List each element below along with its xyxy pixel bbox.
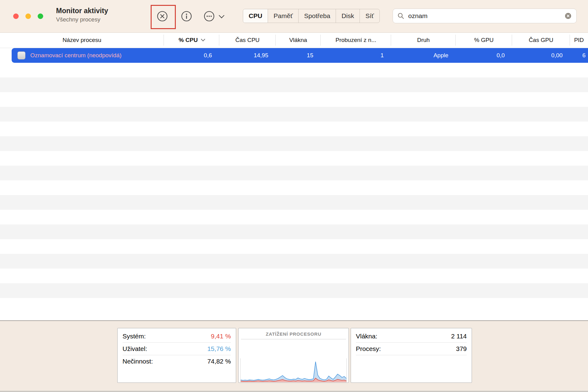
stat-row-user: Uživatel:15,76 % bbox=[123, 343, 231, 355]
column-header-gpu_time[interactable]: Čas GPU bbox=[512, 32, 570, 48]
column-label: Čas GPU bbox=[529, 37, 553, 43]
column-header-idle_wakeups[interactable]: Probuzení z n... bbox=[321, 32, 391, 48]
footer-divider bbox=[0, 320, 588, 321]
cell-name: Oznamovací centrum (neodpovídá) bbox=[0, 48, 164, 63]
table-row-empty bbox=[0, 180, 588, 195]
search-icon bbox=[397, 12, 405, 20]
column-header-name[interactable]: Název procesu bbox=[0, 32, 164, 48]
table-row-empty bbox=[0, 254, 588, 269]
column-label: Čas CPU bbox=[235, 37, 259, 43]
cell-kind: Apple bbox=[391, 48, 456, 63]
table-row-empty bbox=[0, 224, 588, 239]
column-header-threads[interactable]: Vlákna bbox=[276, 32, 321, 48]
table-row-empty bbox=[0, 151, 588, 166]
app-icon bbox=[17, 51, 25, 59]
table-row-empty bbox=[0, 92, 588, 107]
annotation-rect bbox=[151, 5, 176, 29]
toolbar: Monitor aktivity Všechny procesy bbox=[0, 0, 588, 33]
column-label: Druh bbox=[417, 37, 430, 43]
stat-value: 2 114 bbox=[451, 333, 467, 340]
traffic-lights bbox=[13, 13, 43, 19]
cell-threads: 15 bbox=[276, 48, 321, 63]
cpu-load-panel: ZATÍŽENÍ PROCESORU bbox=[238, 328, 349, 383]
info-button[interactable] bbox=[180, 9, 193, 23]
stat-value: 379 bbox=[456, 345, 467, 352]
cell-cpu: 0,6 bbox=[164, 48, 219, 63]
column-label: Vlákna bbox=[289, 37, 307, 43]
cpu-load-chart bbox=[240, 358, 347, 382]
column-label: % GPU bbox=[474, 37, 493, 43]
stat-row-idle: Nečinnost:74,82 % bbox=[123, 355, 231, 368]
column-header-kind[interactable]: Druh bbox=[391, 32, 456, 48]
search-field[interactable] bbox=[393, 9, 577, 23]
table-row-empty bbox=[0, 166, 588, 180]
table-row-empty bbox=[0, 136, 588, 151]
cell-idle_wakeups: 1 bbox=[321, 48, 391, 63]
info-icon bbox=[181, 10, 192, 22]
title-block: Monitor aktivity Všechny procesy bbox=[56, 6, 108, 23]
table-row-empty bbox=[0, 107, 588, 122]
column-label: Probuzení z n... bbox=[335, 37, 376, 43]
tab-pamet[interactable]: Paměť bbox=[268, 9, 298, 23]
process-table: Oznamovací centrum (neodpovídá)0,614,951… bbox=[0, 48, 588, 320]
stat-row-system: Systém:9,41 % bbox=[123, 330, 231, 343]
chart-title: ZATÍŽENÍ PROCESORU bbox=[239, 328, 349, 337]
search-input[interactable] bbox=[408, 12, 564, 20]
table-row-empty bbox=[0, 122, 588, 136]
minimize-button[interactable] bbox=[25, 13, 31, 19]
activity-monitor-window: Monitor aktivity Všechny procesy bbox=[0, 0, 588, 392]
close-button[interactable] bbox=[13, 13, 19, 19]
column-header-gpu[interactable]: % GPU bbox=[456, 32, 512, 48]
column-header-cpu[interactable]: % CPU bbox=[164, 32, 219, 48]
stat-row-threads: Vlákna:2 114 bbox=[356, 330, 467, 343]
stat-value: 15,76 % bbox=[207, 345, 231, 352]
column-header-cpu_time[interactable]: Čas CPU bbox=[219, 32, 276, 48]
process-row[interactable]: Oznamovací centrum (neodpovídá)0,614,951… bbox=[0, 48, 588, 63]
stat-row-processes: Procesy:379 bbox=[356, 343, 467, 355]
column-label: PID bbox=[574, 37, 584, 43]
footer: Systém:9,41 %Uživatel:15,76 %Nečinnost:7… bbox=[0, 321, 588, 391]
table-row-empty bbox=[0, 63, 588, 77]
stat-label: Procesy: bbox=[356, 345, 381, 352]
tab-sit[interactable]: Síť bbox=[360, 9, 379, 23]
tab-cpu[interactable]: CPU bbox=[243, 9, 268, 23]
column-label: Název procesu bbox=[62, 37, 101, 43]
stat-label: Systém: bbox=[123, 333, 146, 340]
window-subtitle: Všechny procesy bbox=[56, 16, 108, 23]
table-row-empty bbox=[0, 283, 588, 298]
tab-spotreba[interactable]: Spotřeba bbox=[298, 9, 336, 23]
cell-gpu_time: 0,00 bbox=[512, 48, 570, 63]
stat-label: Uživatel: bbox=[123, 345, 147, 352]
window-title: Monitor aktivity bbox=[56, 6, 108, 15]
stat-label: Nečinnost: bbox=[123, 358, 153, 365]
ellipsis-circle-icon bbox=[203, 10, 215, 22]
stat-value: 74,82 % bbox=[207, 358, 231, 365]
column-label: % CPU bbox=[179, 37, 198, 43]
table-row-empty bbox=[0, 77, 588, 92]
more-options-button[interactable] bbox=[203, 9, 224, 23]
process-table-header: Název procesu% CPUČas CPUVláknaProbuzení… bbox=[0, 32, 588, 48]
column-header-pid[interactable]: PID bbox=[570, 32, 588, 48]
process-count-stats: Vlákna:2 114Procesy:379 bbox=[351, 328, 472, 383]
process-name: Oznamovací centrum (neodpovídá) bbox=[30, 52, 122, 59]
window-bottom-edge bbox=[0, 391, 588, 392]
table-row-empty bbox=[0, 269, 588, 283]
cell-pid: 6 bbox=[570, 48, 588, 63]
clear-search-button[interactable] bbox=[564, 12, 572, 20]
zoom-button[interactable] bbox=[38, 13, 43, 19]
table-row-empty bbox=[0, 195, 588, 210]
cell-gpu: 0,0 bbox=[456, 48, 512, 63]
table-row-empty bbox=[0, 210, 588, 224]
sort-indicator-icon bbox=[201, 37, 205, 41]
tab-disk[interactable]: Disk bbox=[336, 9, 360, 23]
stat-value: 9,41 % bbox=[211, 333, 231, 340]
chevron-down-icon bbox=[219, 13, 224, 18]
table-row-empty bbox=[0, 239, 588, 254]
table-row-empty bbox=[0, 298, 588, 313]
cpu-percent-stats: Systém:9,41 %Uživatel:15,76 %Nečinnost:7… bbox=[117, 328, 236, 383]
chart-title-rule bbox=[241, 339, 346, 339]
clear-icon bbox=[564, 12, 572, 20]
stat-label: Vlákna: bbox=[356, 333, 377, 340]
cell-cpu_time: 14,95 bbox=[219, 48, 276, 63]
view-tabs: CPUPaměťSpotřebaDiskSíť bbox=[243, 9, 380, 23]
